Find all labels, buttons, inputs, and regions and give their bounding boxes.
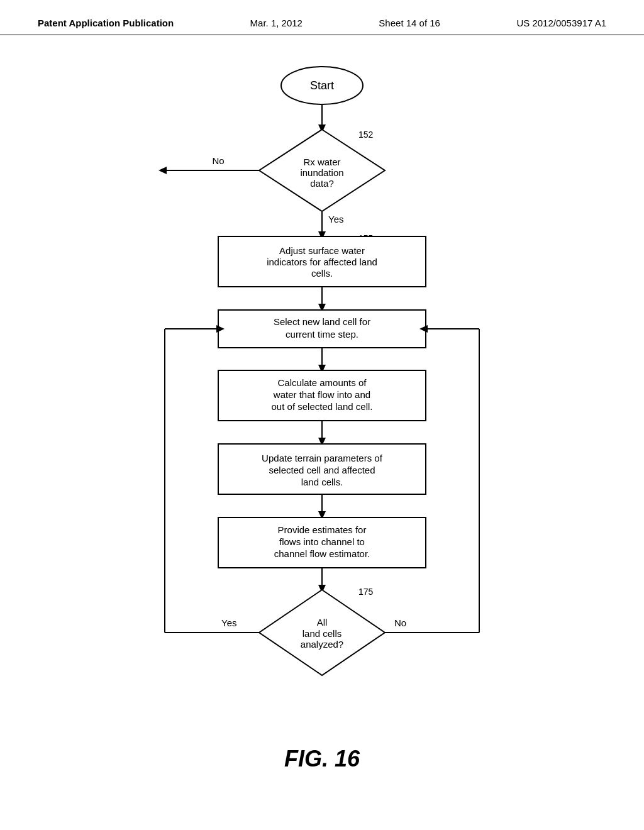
box166-text3: land cells. (301, 477, 343, 487)
date-label: Mar. 1, 2012 (250, 18, 303, 28)
yes-label-152: Yes (328, 214, 343, 224)
yes-label-175: Yes (221, 617, 236, 628)
box171-text2: flows into channel to (279, 536, 365, 547)
sheet-label: Sheet 14 of 16 (379, 18, 440, 28)
box155-text1: Adjust surface water (279, 245, 365, 256)
start-label: Start (310, 79, 334, 92)
figure-label: FIG. 16 (284, 746, 360, 772)
diamond152-text3: data? (310, 178, 334, 189)
box155-text3: cells. (311, 268, 333, 279)
no-label-152: No (212, 155, 224, 166)
box171-text3: channel flow estimator. (274, 548, 370, 559)
diamond152-text2: inundation (300, 167, 343, 178)
box163-text3: out of selected land cell. (272, 401, 373, 412)
diamond152-text1: Rx water (303, 157, 340, 167)
diamond175-text1: All (317, 617, 328, 628)
box166-text1: Update terrain parameters of (262, 453, 383, 463)
patent-number-label: US 2012/0053917 A1 (516, 18, 606, 28)
no-label-175: No (394, 617, 406, 628)
box166-text2: selected cell and affected (269, 465, 375, 475)
header: Patent Application Publication Mar. 1, 2… (0, 0, 644, 35)
box163-text1: Calculate amounts of (278, 377, 367, 388)
diagram-area: Start 152 Rx water inundation data? No Y… (0, 35, 644, 772)
flowchart-svg: Start 152 Rx water inundation data? No Y… (102, 54, 542, 733)
svg-marker-5 (158, 167, 167, 174)
box155-text2: indicators for affected land (267, 257, 377, 267)
patent-publication-label: Patent Application Publication (38, 18, 174, 28)
diamond175-text3: analyzed? (301, 639, 343, 650)
page: Patent Application Publication Mar. 1, 2… (0, 0, 644, 830)
node152-label: 152 (358, 130, 374, 140)
node175-label: 175 (358, 587, 374, 597)
diamond175-text2: land cells (303, 628, 342, 639)
box163-text2: water that flow into and (273, 389, 370, 400)
box158-text1: Select new land cell for (274, 316, 370, 327)
box158-text2: current time step. (286, 329, 358, 340)
box171-text1: Provide estimates for (278, 524, 367, 535)
